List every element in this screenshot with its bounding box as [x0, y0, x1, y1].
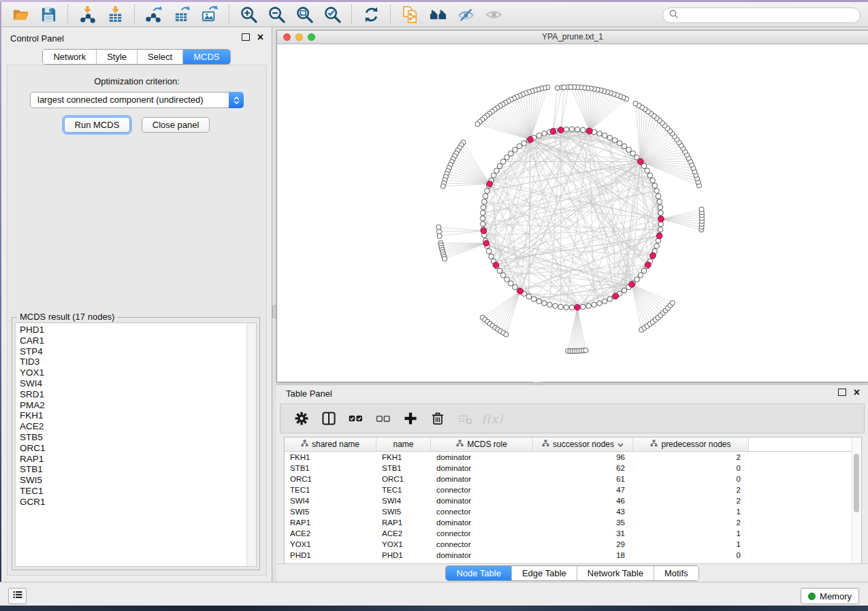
table-scrollbar-thumb[interactable] — [854, 454, 859, 512]
import-network-icon — [78, 5, 97, 24]
table-row[interactable]: RAP1RAP1dominator352 — [285, 517, 852, 528]
table-row[interactable]: ACE2ACE2connector311 — [285, 528, 852, 539]
tree-icon — [542, 440, 549, 449]
float-table-panel-icon[interactable] — [838, 389, 846, 396]
tab-network-table[interactable]: Network Table — [577, 566, 654, 580]
open-session-button[interactable] — [7, 3, 35, 26]
tab-network[interactable]: Network — [43, 50, 97, 64]
mcds-result-item[interactable]: FKH1 — [20, 410, 256, 421]
mcds-list-scrollbar[interactable] — [246, 323, 256, 566]
network-window-titlebar[interactable]: YPA_prune.txt_1 — [277, 31, 868, 44]
table-tabs: Node TableEdge TableNetwork TableMotifs — [445, 565, 698, 581]
memory-button[interactable]: Memory — [801, 588, 859, 604]
mcds-result-item[interactable]: SRD1 — [20, 389, 256, 400]
tab-select[interactable]: Select — [138, 50, 183, 64]
close-panel-icon[interactable]: × — [257, 33, 263, 41]
copy-network-button[interactable] — [396, 3, 424, 26]
toggle-panel-layout-button[interactable] — [316, 406, 342, 431]
mcds-result-item[interactable]: SWI5 — [20, 475, 256, 486]
table-row[interactable]: FKH1FKH1dominator962 — [285, 452, 852, 463]
run-mcds-button[interactable]: Run MCDS — [64, 117, 131, 133]
mcds-result-item[interactable]: GCR1 — [20, 497, 256, 508]
task-history-button[interactable] — [8, 588, 27, 604]
export-table-button[interactable] — [168, 3, 196, 26]
export-network-button[interactable] — [140, 3, 168, 26]
main-toolbar-buttons — [7, 3, 508, 26]
network-window-title: YPA_prune.txt_1 — [277, 31, 868, 44]
mcds-result-item[interactable]: ACE2 — [20, 421, 256, 432]
column-header-mcds-role[interactable]: MCDS role — [431, 437, 533, 451]
mcds-result-item[interactable]: TID3 — [20, 357, 256, 367]
create-column-button[interactable] — [398, 406, 423, 431]
zoom-in-button[interactable] — [235, 3, 263, 26]
close-panel-button[interactable]: Close panel — [142, 117, 210, 133]
float-panel-icon[interactable] — [242, 33, 250, 41]
mcds-node — [658, 216, 664, 222]
mcds-result-item[interactable]: STB5 — [20, 432, 256, 443]
hide-selected-button[interactable] — [452, 3, 480, 26]
mcds-result-list[interactable]: PHD1CAR1STP4TID3YOX1SWI4SRD1PMA2FKH1ACE2… — [15, 323, 257, 567]
maximize-window-icon[interactable] — [308, 33, 315, 41]
column-header-predecessor-nodes[interactable]: predecessor nodes — [633, 437, 749, 451]
column-header-name[interactable]: name — [376, 437, 431, 451]
apply-layout-button[interactable] — [357, 3, 385, 26]
table-row[interactable]: PHD1PHD1dominator180 — [285, 550, 852, 561]
table-row[interactable]: SWI4SWI4dominator462 — [285, 495, 852, 506]
search-input[interactable] — [683, 10, 860, 21]
mcds-result-item[interactable]: SWI4 — [20, 378, 256, 389]
export-image-button[interactable] — [196, 3, 224, 26]
table-row[interactable]: STB1STB1dominator620 — [285, 463, 852, 474]
zoom-out-button[interactable] — [263, 3, 291, 26]
export-table-icon — [173, 5, 191, 24]
import-network-button[interactable] — [74, 3, 101, 26]
mcds-result-item[interactable]: PMA2 — [20, 400, 256, 411]
mcds-result-item[interactable]: ORC1 — [20, 443, 256, 454]
mcds-result-item[interactable]: YOX1 — [20, 367, 256, 378]
function-builder-button[interactable]: f(x) — [479, 406, 505, 431]
select-all-rows-button[interactable] — [343, 406, 369, 431]
delete-table-button[interactable] — [452, 406, 478, 431]
status-bar: Memory — [0, 582, 868, 606]
column-header-successor-nodes[interactable]: successor nodes — [533, 437, 633, 451]
table-settings-button[interactable] — [289, 406, 315, 431]
table-row[interactable]: YOX1YOX1connector291 — [285, 539, 852, 550]
table-cell: YOX1 — [376, 539, 431, 550]
tab-mcds[interactable]: MCDS — [183, 50, 229, 64]
mcds-result-item[interactable]: STP4 — [20, 346, 256, 357]
table-row[interactable]: TEC1TEC1connector472 — [285, 484, 852, 495]
control-panel: Control Panel × NetworkStyleSelectMCDS O… — [1, 27, 272, 582]
zoom-fit-button[interactable] — [291, 3, 319, 26]
zoom-selected-button[interactable] — [319, 3, 347, 26]
mcds-node — [613, 293, 619, 299]
column-header-shared-name[interactable]: shared name — [285, 437, 376, 451]
optimization-criterion-select[interactable]: largest connected component (undirected) — [30, 92, 244, 108]
column-header-label: MCDS role — [467, 440, 507, 449]
mcds-result-item[interactable]: PHD1 — [20, 325, 256, 335]
close-window-icon[interactable] — [283, 33, 291, 41]
mcds-result-item[interactable]: STB1 — [20, 464, 256, 475]
first-neighbors-button[interactable] — [424, 3, 452, 26]
mcds-result-item[interactable]: CAR1 — [20, 335, 256, 346]
deselect-all-rows-button[interactable] — [370, 406, 396, 431]
tab-edge-table[interactable]: Edge Table — [512, 566, 577, 580]
table-scrollbar[interactable] — [852, 437, 861, 563]
toolbar-separator — [390, 5, 391, 24]
mcds-result-item[interactable]: TEC1 — [20, 486, 256, 497]
delete-columns-button[interactable] — [425, 406, 451, 431]
main-toolbar — [1, 2, 868, 27]
close-table-panel-icon[interactable]: × — [854, 389, 860, 396]
import-table-button[interactable] — [101, 3, 129, 26]
tab-style[interactable]: Style — [97, 50, 138, 64]
table-row[interactable]: SWI5SWI5connector431 — [285, 506, 852, 517]
tab-node-table[interactable]: Node Table — [446, 566, 512, 580]
table-row[interactable]: ORC1ORC1dominator610 — [285, 474, 852, 484]
table-toolbar: f(x) — [280, 403, 865, 433]
save-session-button[interactable] — [35, 3, 63, 26]
show-all-button[interactable] — [480, 3, 508, 26]
control-panel-tabs-bar: NetworkStyleSelectMCDS — [1, 49, 272, 65]
tab-motifs[interactable]: Motifs — [654, 566, 698, 580]
network-graph[interactable] — [277, 44, 868, 381]
search-box[interactable] — [662, 7, 861, 23]
minimize-window-icon[interactable] — [295, 33, 303, 41]
mcds-result-item[interactable]: RAP1 — [20, 454, 256, 465]
